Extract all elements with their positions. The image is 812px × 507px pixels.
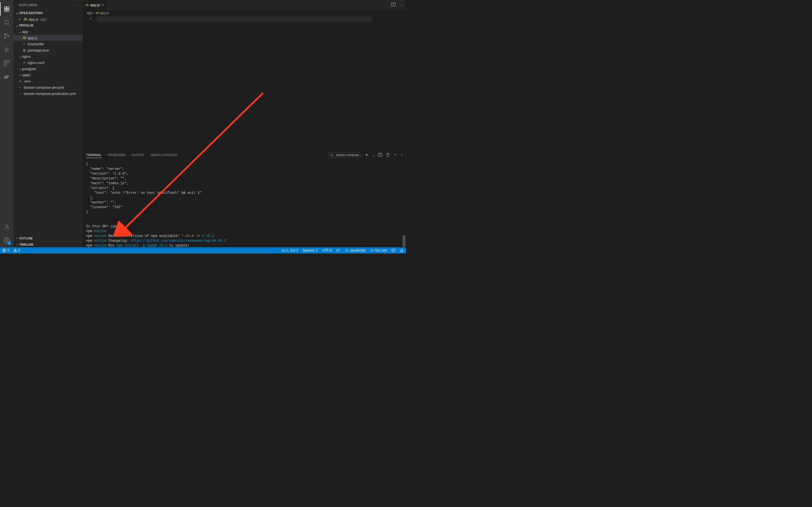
folder-app[interactable]: ⌄ app — [13, 29, 83, 35]
tab-more-icon[interactable]: ··· — [400, 3, 403, 7]
file-compose-prod[interactable]: docker-compose.production.yml — [13, 91, 83, 97]
chevron-down-icon: ⌄ — [18, 30, 22, 34]
svg-rect-5 — [7, 61, 9, 62]
js-file-icon: JS — [96, 11, 99, 14]
split-editor-icon[interactable] — [391, 2, 396, 8]
status-spaces[interactable]: Spaces: 2 — [303, 248, 317, 252]
docker-icon[interactable] — [0, 70, 13, 83]
status-bell-icon[interactable] — [400, 248, 404, 252]
status-eol[interactable]: LF — [336, 248, 340, 252]
js-file-icon: JS — [22, 36, 27, 40]
close-panel-icon[interactable]: × — [401, 153, 403, 157]
explorer-icon[interactable] — [0, 2, 13, 16]
open-editor-label: app.js — [29, 17, 39, 21]
chevron-right-icon: › — [18, 67, 22, 71]
svg-point-3 — [8, 36, 9, 37]
chevron-right-icon: › — [15, 237, 19, 240]
file-package-json[interactable]: {} package.json — [13, 47, 83, 53]
chevron-right-icon: › — [15, 243, 19, 246]
js-file-icon: JS — [23, 17, 28, 21]
tab-bar: JS app.js × ··· — [83, 0, 406, 10]
compose-file-icon — [18, 92, 22, 96]
env-file-icon: ⚙ — [18, 79, 22, 83]
scrollbar-thumb[interactable] — [403, 235, 405, 247]
search-icon[interactable] — [0, 16, 13, 29]
activity-bar: 1 — [0, 0, 13, 247]
source-control-icon[interactable] — [0, 29, 13, 43]
status-feedback-icon[interactable] — [391, 248, 395, 252]
status-language[interactable]: JavaScript — [345, 248, 366, 252]
file-dockerfile[interactable]: Dockerfile — [13, 41, 83, 47]
panel-tab-terminal[interactable]: TERMINAL — [86, 152, 102, 158]
tab-app-js[interactable]: JS app.js × — [83, 0, 107, 10]
svg-point-7 — [6, 225, 8, 227]
debug-icon[interactable] — [0, 43, 13, 56]
outline-section[interactable]: › OUTLINE — [13, 235, 83, 241]
svg-rect-4 — [4, 61, 6, 62]
open-editor-item[interactable]: × JS app.js app — [13, 16, 83, 22]
chevron-down-icon: ⌄ — [15, 11, 19, 15]
project-section[interactable]: ⌄ PROGLIB — [13, 22, 83, 29]
account-icon[interactable] — [0, 220, 13, 234]
json-file-icon: {} — [22, 48, 27, 52]
js-file-icon: JS — [86, 4, 89, 6]
svg-point-2 — [4, 37, 6, 39]
breadcrumb[interactable]: app › JS app.js — [83, 10, 406, 16]
open-editors-section[interactable]: ⌄ OPEN EDITORS — [13, 10, 83, 16]
svg-rect-6 — [4, 64, 6, 66]
settings-icon[interactable]: 1 — [0, 234, 13, 247]
status-encoding[interactable]: UTF-8 — [322, 248, 332, 252]
compose-file-icon — [18, 86, 22, 89]
terminal-process[interactable]: docker-compose — [328, 152, 361, 158]
chevron-right-icon: › — [93, 11, 94, 15]
folder-nginx[interactable]: ⌄ nginx — [13, 53, 83, 59]
status-errors[interactable]: 0 — [2, 248, 9, 252]
svg-point-8 — [6, 240, 8, 241]
extensions-icon[interactable] — [0, 56, 13, 70]
new-terminal-icon[interactable] — [364, 153, 369, 158]
editor-body[interactable]: 1 — [83, 16, 406, 150]
status-golive[interactable]: Go Live — [370, 248, 387, 252]
file-app-js[interactable]: JS app.js — [13, 35, 83, 41]
status-cursor[interactable]: Ln 1, Col 1 — [282, 248, 298, 252]
settings-badge: 1 — [7, 241, 11, 245]
file-compose-dev[interactable]: docker-compose.dev.yml — [13, 84, 83, 91]
current-line-highlight — [97, 17, 372, 22]
folder-postgres[interactable]: › postgres — [13, 66, 83, 72]
terminal-scrollbar[interactable] — [403, 160, 405, 247]
terminal-output[interactable]: { "name": "server", "version": "1.0.0", … — [83, 160, 406, 247]
sidebar: EXPLORER ··· ⌄ OPEN EDITORS × JS app.js … — [13, 0, 83, 247]
panel-tab-debug[interactable]: DEBUG CONSOLE — [150, 152, 177, 158]
split-terminal-icon[interactable] — [378, 153, 382, 158]
chevron-down-icon: ⌄ — [15, 24, 19, 27]
panel-tab-output[interactable]: OUTPUT — [132, 152, 144, 158]
open-editor-desc: app — [40, 17, 47, 21]
file-nginx-conf[interactable]: ⚙ nginx.conf — [13, 59, 83, 66]
svg-point-13 — [371, 250, 373, 251]
sidebar-title: EXPLORER — [19, 3, 37, 7]
status-bar: 0 0 Ln 1, Col 1 Spaces: 2 UTF-8 LF JavaS… — [0, 247, 406, 253]
editor-area: JS app.js × ··· app › JS app.js 1 — [83, 0, 406, 247]
chevron-down-icon: ⌄ — [18, 54, 22, 59]
folder-static[interactable]: › static — [13, 72, 83, 78]
config-file-icon: ⚙ — [22, 61, 27, 64]
close-tab-icon[interactable]: × — [102, 3, 104, 7]
panel: TERMINAL PROBLEMS OUTPUT DEBUG CONSOLE d… — [83, 150, 406, 247]
svg-point-1 — [4, 34, 6, 35]
sidebar-more-icon[interactable]: ··· — [75, 3, 79, 7]
tab-label: app.js — [90, 3, 100, 7]
chevron-right-icon: › — [18, 73, 22, 77]
svg-point-0 — [4, 20, 8, 24]
status-warnings[interactable]: 0 — [13, 248, 20, 252]
terminal-dropdown-icon[interactable]: ⌄ — [372, 153, 375, 157]
file-env[interactable]: ⚙ .env — [13, 78, 83, 84]
maximize-panel-icon[interactable] — [393, 153, 398, 158]
line-gutter: 1 — [83, 16, 97, 150]
close-icon[interactable]: × — [18, 17, 23, 21]
panel-tab-problems[interactable]: PROBLEMS — [108, 152, 125, 158]
docker-file-icon — [22, 42, 27, 46]
timeline-section[interactable]: › TIMELINE — [13, 241, 83, 247]
kill-terminal-icon[interactable] — [386, 153, 390, 158]
